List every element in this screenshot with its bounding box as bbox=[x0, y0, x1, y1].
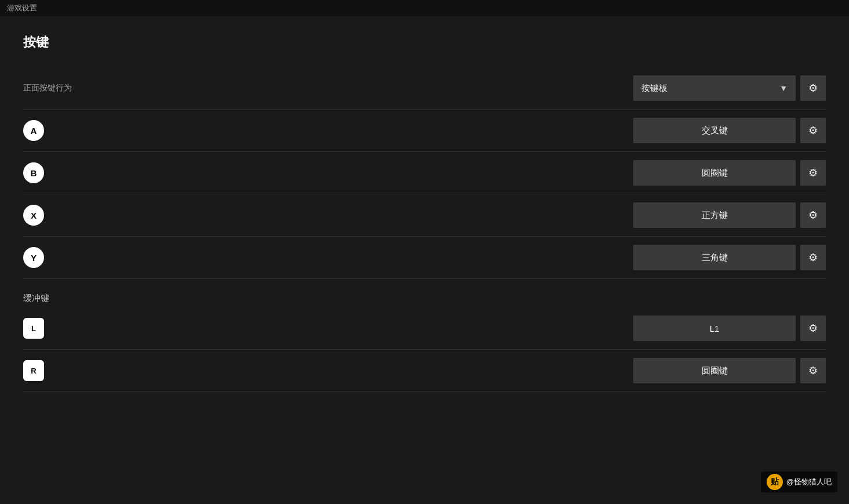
gear-icon: ⚙ bbox=[808, 82, 818, 95]
front-buttons-controls[interactable]: 按键板 ▼ ⚙ bbox=[633, 75, 826, 101]
x-button-icon: X bbox=[23, 205, 44, 226]
x-button-settings[interactable]: ⚙ bbox=[800, 202, 826, 228]
y-button-settings[interactable]: ⚙ bbox=[800, 245, 826, 270]
button-row-y: Y 三角键 ⚙ bbox=[23, 237, 826, 279]
top-bar-title: 游戏设置 bbox=[7, 3, 37, 13]
gear-icon: ⚙ bbox=[808, 166, 818, 179]
r-button-icon: R bbox=[23, 360, 44, 381]
l-button-icon: L bbox=[23, 318, 44, 339]
a-button-value[interactable]: 交叉键 bbox=[633, 118, 796, 143]
gear-icon: ⚙ bbox=[808, 209, 818, 222]
button-row-b: B 圆圈键 ⚙ bbox=[23, 152, 826, 194]
front-buttons-settings-button[interactable]: ⚙ bbox=[800, 75, 826, 101]
a-button-settings[interactable]: ⚙ bbox=[800, 118, 826, 143]
gear-icon: ⚙ bbox=[808, 364, 818, 377]
button-row-x: X 正方键 ⚙ bbox=[23, 194, 826, 237]
l-button-settings[interactable]: ⚙ bbox=[800, 316, 826, 341]
a-button-icon: A bbox=[23, 120, 44, 141]
watermark-icon: 贴 bbox=[767, 474, 783, 490]
buffer-section-label: 缓冲键 bbox=[23, 293, 49, 303]
gear-icon: ⚙ bbox=[808, 124, 818, 137]
l-button-value[interactable]: L1 bbox=[633, 316, 796, 341]
watermark-text: @怪物猎人吧 bbox=[786, 477, 832, 487]
y-button-value[interactable]: 三角键 bbox=[633, 245, 796, 270]
gear-icon: ⚙ bbox=[808, 251, 818, 264]
b-button-value[interactable]: 圆圈键 bbox=[633, 160, 796, 186]
chevron-down-icon: ▼ bbox=[779, 84, 788, 93]
top-bar: 游戏设置 bbox=[0, 0, 849, 16]
watermark: 贴 @怪物猎人吧 bbox=[761, 472, 837, 492]
front-buttons-dropdown[interactable]: 按键板 ▼ bbox=[633, 75, 796, 101]
front-buttons-label: 正面按键行为 bbox=[23, 83, 72, 93]
page-title: 按键 bbox=[23, 34, 826, 51]
buffer-section-header: 缓冲键 bbox=[23, 279, 826, 307]
r-button-value[interactable]: 圆圈键 bbox=[633, 358, 796, 383]
y-button-icon: Y bbox=[23, 247, 44, 268]
button-row-a: A 交叉键 ⚙ bbox=[23, 110, 826, 152]
b-button-settings[interactable]: ⚙ bbox=[800, 160, 826, 186]
buffer-row-r: R 圆圈键 ⚙ bbox=[23, 350, 826, 392]
r-button-settings[interactable]: ⚙ bbox=[800, 358, 826, 383]
x-button-value[interactable]: 正方键 bbox=[633, 202, 796, 228]
front-buttons-section-header: 正面按键行为 按键板 ▼ ⚙ bbox=[23, 67, 826, 110]
buffer-row-l: L L1 ⚙ bbox=[23, 307, 826, 350]
b-button-icon: B bbox=[23, 162, 44, 183]
gear-icon: ⚙ bbox=[808, 322, 818, 335]
